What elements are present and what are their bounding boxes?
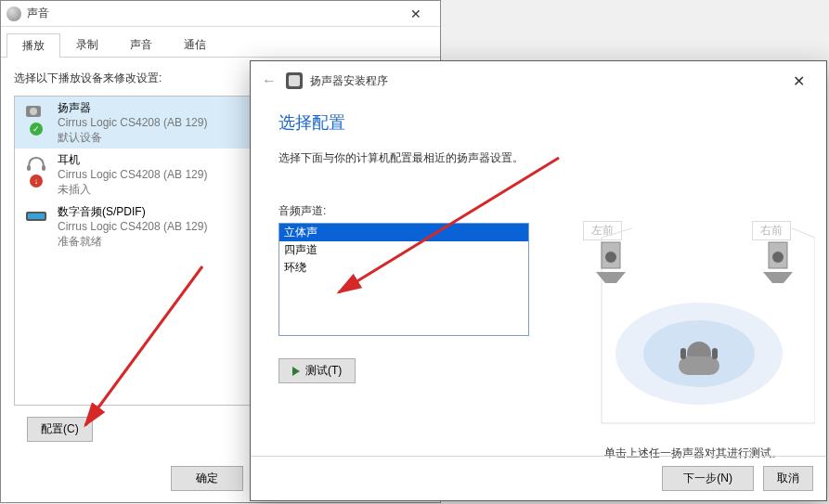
wizard-footer: 下一步(N) 取消	[251, 456, 826, 500]
ok-button[interactable]: 确定	[171, 466, 243, 491]
channel-label: 音频声道:	[278, 203, 548, 219]
check-icon: ✓	[30, 123, 43, 136]
right-speaker-icon[interactable]	[763, 242, 793, 283]
svg-rect-13	[679, 356, 719, 375]
svg-rect-3	[42, 165, 45, 171]
play-icon	[292, 367, 300, 376]
speaker-icon	[24, 102, 48, 121]
room-diagram	[574, 228, 815, 442]
test-button[interactable]: 测试(T)	[278, 358, 356, 383]
device-status: 未插入	[58, 182, 207, 197]
close-button[interactable]: ✕	[782, 72, 815, 90]
device-status: 默认设备	[58, 130, 207, 145]
next-button[interactable]: 下一步(N)	[662, 466, 754, 491]
svg-rect-14	[680, 348, 686, 359]
close-button[interactable]: ✕	[397, 6, 434, 21]
option-quad[interactable]: 四声道	[279, 241, 528, 259]
tab-sounds[interactable]: 声音	[114, 32, 168, 57]
svg-point-1	[30, 108, 37, 115]
device-name: 数字音频(S/PDIF)	[58, 204, 207, 219]
device-desc: Cirrus Logic CS4208 (AB 129)	[58, 167, 207, 182]
device-status: 准备就绪	[58, 234, 207, 249]
svg-rect-5	[28, 213, 45, 219]
window-title: 声音	[27, 6, 397, 21]
option-surround[interactable]: 环绕	[279, 259, 528, 277]
device-name: 扬声器	[58, 100, 207, 115]
svg-rect-15	[712, 348, 718, 359]
sound-app-icon	[6, 6, 21, 21]
device-desc: Cirrus Logic CS4208 (AB 129)	[58, 219, 207, 234]
channel-listbox[interactable]: 立体声 四声道 环绕	[278, 223, 529, 336]
device-name: 耳机	[58, 152, 207, 167]
svg-rect-2	[27, 165, 31, 171]
titlebar: 声音 ✕	[1, 1, 440, 27]
wizard-title: 扬声器安装程序	[310, 73, 782, 89]
svg-point-11	[772, 252, 784, 263]
page-title: 选择配置	[278, 111, 548, 134]
speaker-program-icon	[286, 72, 303, 89]
speaker-visualizer: 左前 右前 单击上述任一扬声器对其进行测试。	[574, 100, 798, 383]
test-label: 测试(T)	[305, 363, 342, 379]
intro-text: 选择下面与你的计算机配置最相近的扬声器设置。	[278, 150, 548, 166]
svg-point-9	[605, 252, 616, 263]
tab-recording[interactable]: 录制	[60, 32, 114, 57]
down-arrow-icon: ↓	[30, 174, 43, 187]
spdif-icon	[24, 206, 48, 225]
back-arrow-icon: ←	[262, 72, 277, 89]
cancel-button[interactable]: 取消	[763, 466, 813, 491]
tab-playback[interactable]: 播放	[6, 33, 60, 58]
speaker-setup-dialog: ← 扬声器安装程序 ✕ 选择配置 选择下面与你的计算机配置最相近的扬声器设置。 …	[250, 60, 827, 501]
left-speaker-icon[interactable]	[596, 242, 626, 283]
headphone-icon	[24, 154, 48, 173]
tabs: 播放 录制 声音 通信	[1, 27, 440, 58]
wizard-header: ← 扬声器安装程序 ✕	[251, 61, 826, 100]
configure-button[interactable]: 配置(C)	[27, 417, 93, 442]
tab-communications[interactable]: 通信	[168, 32, 222, 57]
option-stereo[interactable]: 立体声	[279, 224, 528, 241]
device-desc: Cirrus Logic CS4208 (AB 129)	[58, 115, 207, 130]
